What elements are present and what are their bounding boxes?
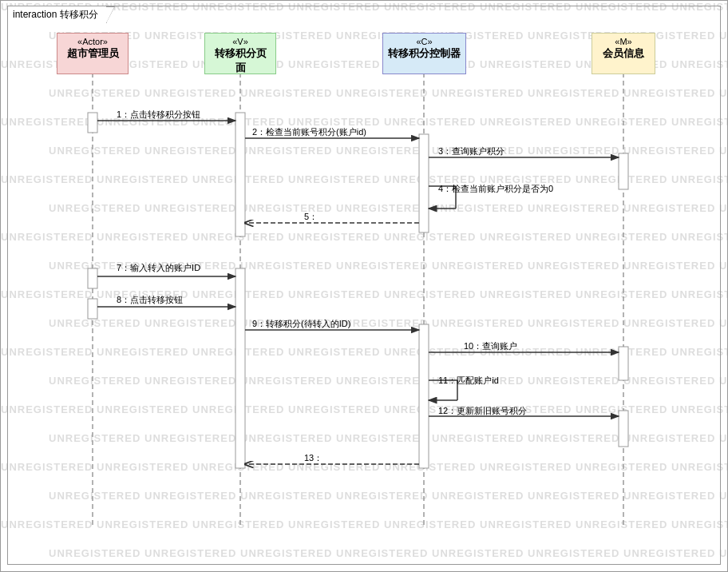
msg-9-label: 9：转移积分(待转入的ID) [252,318,350,330]
msg-3-label: 3：查询账户积分 [438,145,504,157]
msg-2-label: 2：检查当前账号积分(账户id) [252,126,366,138]
msg-10-label: 10：查询账户 [464,340,517,352]
actor-name: 超市管理员 [62,46,123,61]
msg-7-label: 7：输入转入的账户ID [117,262,200,274]
actor-stereotype: «Actor» [62,37,123,46]
msg-13-label: 13： [304,452,322,464]
view-name: 转移积分页面 [210,46,271,75]
lifeline-actor: «Actor» 超市管理员 [57,33,129,74]
frame-border [7,6,721,565]
model-stereotype: «M» [597,37,650,46]
controller-stereotype: «C» [388,37,461,46]
lifeline-view: «V» 转移积分页面 [204,33,276,74]
msg-12-label: 12：更新新旧账号积分 [438,405,527,417]
msg-1-label: 1：点击转移积分按钮 [117,109,200,121]
msg-11-label: 11：匹配账户id [438,375,499,387]
model-name: 会员信息 [597,46,650,61]
view-stereotype: «V» [210,37,271,46]
lifeline-model: «M» 会员信息 [592,33,655,74]
diagram-title: interaction 转移积分 [13,9,98,20]
msg-8-label: 8：点击转移按钮 [117,294,183,306]
diagram-container: UNREGISTEREDUNREGISTEREDUNREGISTEREDUNRE… [0,0,728,572]
controller-name: 转移积分控制器 [388,46,461,61]
lifeline-controller: «C» 转移积分控制器 [382,33,466,74]
msg-4-label: 4：检查当前账户积分是否为0 [438,183,553,195]
msg-5-label: 5： [304,211,318,223]
